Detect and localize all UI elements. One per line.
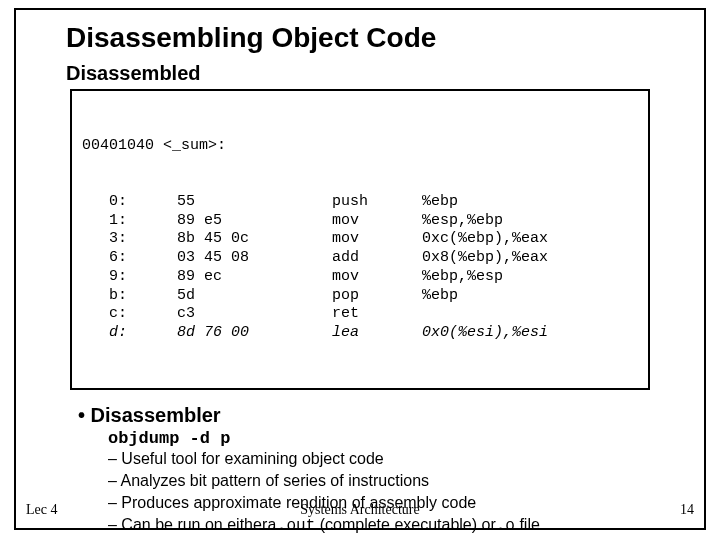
code-offset: 0: xyxy=(82,193,177,212)
code-offset: 3: xyxy=(82,230,177,249)
code-row: 6:03 45 08add0x8(%ebp),%eax xyxy=(82,249,638,268)
disassembly-code-box: 00401040 <_sum>: 0:55push%ebp 1:89 e5mov… xyxy=(70,89,650,390)
slide-title: Disassembling Object Code xyxy=(16,10,704,62)
code-mnemonic: mov xyxy=(332,212,422,231)
code-operands: 0xc(%ebp),%eax xyxy=(422,230,638,249)
footer-right: 14 xyxy=(680,502,694,518)
code-mnemonic: mov xyxy=(332,230,422,249)
code-hex: 8d 76 00 xyxy=(177,324,332,343)
code-offset: 6: xyxy=(82,249,177,268)
code-row: 3:8b 45 0cmov0xc(%ebp),%eax xyxy=(82,230,638,249)
code-operands: %ebp xyxy=(422,287,638,306)
code-row: 1:89 e5mov%esp,%ebp xyxy=(82,212,638,231)
footer-center: Systems Architecture xyxy=(0,502,720,518)
code-offset: b: xyxy=(82,287,177,306)
code-offset: d: xyxy=(82,324,177,343)
bullet-item: Analyzes bit pattern of series of instru… xyxy=(78,470,704,492)
code-offset: 1: xyxy=(82,212,177,231)
code-row: d:8d 76 00lea0x0(%esi),%esi xyxy=(82,324,638,343)
code-row: b:5dpop%ebp xyxy=(82,287,638,306)
footer-left: Lec 4 xyxy=(26,502,57,518)
code-operands xyxy=(422,305,638,324)
code-operands: %ebp,%esp xyxy=(422,268,638,287)
code-hex: c3 xyxy=(177,305,332,324)
code-hex: 8b 45 0c xyxy=(177,230,332,249)
slide-footer: Lec 4 Systems Architecture 14 xyxy=(0,502,720,522)
slide-frame: Disassembling Object Code Disassembled 0… xyxy=(14,8,706,530)
bullet-main: Disassembler xyxy=(78,404,704,429)
header-rest: <_sum>: xyxy=(154,137,226,156)
header-addr: 00401040 xyxy=(82,137,154,156)
code-mnemonic: lea xyxy=(332,324,422,343)
code-mnemonic: pop xyxy=(332,287,422,306)
code-hex: 89 e5 xyxy=(177,212,332,231)
code-row: c:c3ret xyxy=(82,305,638,324)
code-mnemonic: mov xyxy=(332,268,422,287)
code-operands: 0x8(%ebp),%eax xyxy=(422,249,638,268)
code-operands: %esp,%ebp xyxy=(422,212,638,231)
code-operands: %ebp xyxy=(422,193,638,212)
code-mnemonic: ret xyxy=(332,305,422,324)
section-subtitle: Disassembled xyxy=(16,62,704,89)
code-hex: 5d xyxy=(177,287,332,306)
code-hex: 89 ec xyxy=(177,268,332,287)
code-mnemonic: add xyxy=(332,249,422,268)
code-row: 0:55push%ebp xyxy=(82,193,638,212)
code-header: 00401040 <_sum>: xyxy=(82,137,638,156)
bullet-item: Useful tool for examining object code xyxy=(78,448,704,470)
code-hex: 55 xyxy=(177,193,332,212)
code-offset: c: xyxy=(82,305,177,324)
code-hex: 03 45 08 xyxy=(177,249,332,268)
code-mnemonic: push xyxy=(332,193,422,212)
code-offset: 9: xyxy=(82,268,177,287)
code-row: 9:89 ecmov%ebp,%esp xyxy=(82,268,638,287)
objdump-command: objdump -d p xyxy=(78,429,704,448)
code-operands: 0x0(%esi),%esi xyxy=(422,324,638,343)
